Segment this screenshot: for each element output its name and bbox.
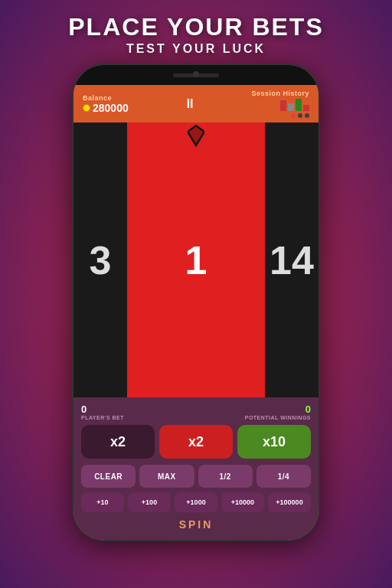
max-button[interactable]: MAX (139, 465, 194, 488)
bet-info-row: 0 PLAYER'S BET 0 POTENTIAL WINNINGS (81, 403, 311, 420)
session-bar-3 (296, 99, 302, 111)
multiplier-row: x2 x2 x10 (81, 425, 311, 459)
hero-section: PLACE YOUR BETS TEST YOUR LUCK (68, 14, 323, 56)
balance-value: 280000 (93, 102, 129, 114)
multiplier-x2-red[interactable]: x2 (159, 425, 233, 459)
plus-row: +10 +100 +1000 +10000 +100000 (81, 492, 311, 512)
game-screen: Balance 280000 II Session History (74, 85, 318, 540)
game-header: Balance 280000 II Session History (74, 85, 318, 122)
spin-area: SPIN (81, 518, 311, 531)
plus-10000-button[interactable]: +10000 (221, 492, 264, 512)
player-bet-section: 0 PLAYER'S BET (81, 403, 124, 420)
wheel-number-left: 3 (90, 237, 112, 283)
wheel-column-right: 14 (265, 122, 318, 397)
hero-title: PLACE YOUR BETS (68, 14, 323, 41)
phone-camera (193, 71, 199, 77)
hero-subtitle: TEST YOUR LUCK (68, 42, 323, 56)
wheel-column-left: 3 (74, 122, 127, 397)
wheel-number-right: 14 (270, 237, 314, 283)
diamond-pointer-icon (188, 124, 204, 147)
balance-display: 280000 (83, 102, 129, 114)
spin-label[interactable]: SPIN (179, 518, 214, 531)
plus-1000-button[interactable]: +1000 (175, 492, 217, 512)
phone-wrapper: Balance 280000 II Session History (74, 65, 318, 540)
session-bars (280, 99, 309, 111)
potential-winnings-section: 0 POTENTIAL WINNINGS (245, 403, 311, 420)
plus-10-button[interactable]: +10 (81, 492, 124, 512)
session-bar-2 (288, 103, 294, 111)
bottom-section: 0 PLAYER'S BET 0 POTENTIAL WINNINGS x2 x… (74, 397, 318, 540)
multiplier-x10-green[interactable]: x10 (237, 425, 311, 459)
balance-section: Balance 280000 (83, 94, 129, 114)
session-bar-1 (280, 100, 286, 111)
session-bar-4 (303, 105, 309, 111)
wheel-number-center: 1 (185, 237, 207, 283)
phone-frame: Balance 280000 II Session History (74, 65, 318, 540)
pause-button[interactable]: II (187, 97, 194, 111)
wheel-area: 3 1 14 (74, 122, 318, 397)
quarter-button[interactable]: 1/4 (256, 465, 311, 488)
potential-winnings-value: 0 (245, 403, 311, 415)
dot-3 (305, 113, 309, 118)
potential-winnings-label: POTENTIAL WINNINGS (245, 415, 311, 420)
dot-1 (291, 113, 296, 118)
session-label: Session History (251, 90, 309, 97)
player-bet-label: PLAYER'S BET (81, 415, 124, 420)
dot-2 (298, 113, 302, 118)
coin-icon (83, 104, 90, 112)
session-dots (291, 113, 309, 118)
svg-marker-1 (188, 126, 204, 145)
session-section: Session History (251, 90, 309, 118)
plus-100000-button[interactable]: +100000 (268, 492, 311, 512)
half-button[interactable]: 1/2 (198, 465, 253, 488)
wheel-column-center: 1 (127, 122, 265, 397)
clear-button[interactable]: CLEAR (81, 465, 136, 488)
multiplier-x2-dark[interactable]: x2 (81, 425, 155, 459)
balance-label: Balance (83, 94, 129, 102)
action-row: CLEAR MAX 1/2 1/4 (81, 465, 311, 488)
player-bet-value: 0 (81, 403, 124, 415)
phone-top-bar (74, 65, 318, 85)
plus-100-button[interactable]: +100 (128, 492, 171, 512)
